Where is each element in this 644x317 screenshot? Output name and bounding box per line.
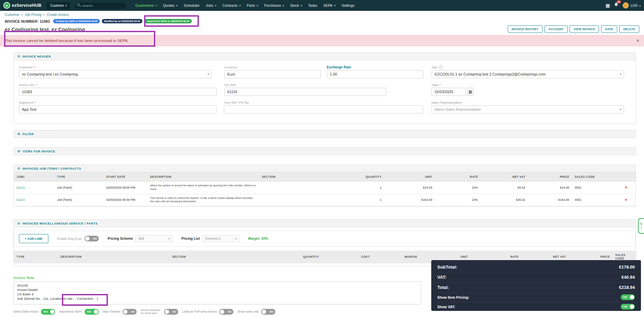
nav-customers[interactable]: Customers — [132, 3, 160, 7]
imported-sepa-toggle[interactable]: YES — [85, 309, 99, 315]
invoice-no-input[interactable] — [19, 88, 217, 96]
pricing-list-select[interactable]: Domonic's — [202, 235, 239, 242]
misc-controls: + ADD LINE Enable Drag Drop: NO Pricing … — [14, 231, 636, 247]
items-for-invoice-panel-toggle[interactable]: ITEMS FOR INVOICE — [14, 148, 636, 155]
col-rate: RATE — [435, 172, 481, 182]
proforma-toggle[interactable]: NO — [219, 309, 233, 315]
invoice-note-textarea[interactable]: (61119) #Asset Details CS Boiler 5 Sub 1… — [14, 281, 421, 304]
invoice-history-button[interactable]: INVOICE HISTORY — [508, 25, 543, 33]
filter-panel-toggle[interactable]: FILTER — [14, 130, 636, 138]
statement-input[interactable] — [19, 105, 216, 113]
save-button[interactable]: SAVE — [601, 25, 617, 33]
alert-close-icon[interactable]: × — [637, 38, 639, 43]
col-sales-code: SALES CODE — [572, 172, 616, 182]
breadcrumb-customer[interactable]: Customer — [5, 13, 19, 17]
floating-edge-widget[interactable]: € ( — [638, 218, 644, 234]
delete-button[interactable]: DELETE — [619, 25, 639, 33]
invoice-note-label: Invoice Note — [14, 276, 421, 280]
collapse-icon — [17, 167, 20, 170]
invoice-header-panel-toggle[interactable]: INVOICE HEADER — [14, 53, 636, 60]
stop-transfer-toggle[interactable]: NO — [122, 309, 137, 315]
total-value: €218.94 — [619, 285, 635, 290]
delete-row-icon[interactable]: × — [625, 185, 627, 190]
our-ref-input[interactable] — [224, 88, 386, 96]
delete-row-icon[interactable]: × — [625, 197, 627, 202]
statement-label: Statement* — [19, 100, 216, 104]
view-invoice-button[interactable]: VIEW INVOICE — [570, 25, 599, 33]
invoiced-job-items-panel-toggle[interactable]: INVOICED JOB ITEMS / CONTRACTS — [14, 165, 636, 172]
quick-select-button[interactable]: Custome — [47, 2, 70, 9]
calendar-icon[interactable] — [467, 88, 474, 96]
sales-rep-select[interactable]: Select Sales Representative — [431, 105, 624, 113]
site-label: Site: — [432, 65, 624, 69]
invoice-note-block: Invoice Note (61119) #Asset Details CS B… — [14, 276, 421, 306]
site-help-icon[interactable] — [439, 65, 443, 69]
collapse-icon — [17, 221, 20, 225]
show-vat-toggle[interactable]: YES — [621, 304, 635, 310]
job-number-link[interactable]: 61113 — [17, 198, 25, 202]
col-cost: COST — [322, 251, 372, 263]
nav-contracts[interactable]: Contracts — [219, 3, 244, 7]
nav-stock[interactable]: Stock — [287, 3, 305, 7]
nav-tasks[interactable]: Tasks — [305, 3, 320, 7]
col-type: TYPE — [54, 172, 104, 182]
nav-jobs[interactable]: Jobs — [203, 3, 219, 7]
job-number-link[interactable]: 61113 — [17, 186, 25, 189]
breadcrumb-job-pricing[interactable]: Job Pricing — [25, 13, 41, 17]
nav-quotes[interactable]: Quotes — [160, 3, 181, 7]
paren-symbol: ( — [641, 226, 642, 230]
breadcrumb-separator-icon: ▸ — [44, 13, 45, 16]
nav-scheduler[interactable]: Scheduler — [181, 3, 203, 7]
col-type: TYPE — [14, 251, 58, 263]
cell-net-vat: €5.52 — [481, 182, 528, 194]
account-button[interactable]: ACCOUNT — [545, 25, 568, 33]
our-ref-label: Our Ref — [224, 83, 386, 87]
show-item-pricing-toggle[interactable]: YES — [621, 294, 635, 300]
cell-section — [259, 194, 339, 206]
apps-grid-icon[interactable]: ▦ — [605, 3, 610, 8]
nav-settings[interactable]: Settings — [339, 3, 358, 7]
show-notes-only-toggle-group: Show notes only: NO — [237, 309, 275, 315]
cell-quantity: 1 — [339, 182, 384, 194]
col-quantity: QUANTITY — [261, 251, 322, 263]
totals-summary-panel: SubTotal: €178.00 VAT: €40.94 Total: €21… — [431, 260, 641, 311]
date-input[interactable] — [432, 88, 466, 96]
cell-type: Job (Parts) — [54, 194, 104, 206]
brand[interactable]: e ezServiceHUB — [3, 2, 41, 9]
drag-drop-label: Enable Drag Drop: — [57, 237, 83, 240]
user-menu[interactable]: LUO — [623, 2, 641, 8]
exchange-rate-input[interactable] — [327, 70, 423, 78]
brand-logo-icon: e — [3, 2, 10, 9]
breadcrumb-create-invoice[interactable]: Create Invoice — [47, 13, 69, 17]
cell-start-date: 02/03/2025 09:00 PM — [104, 194, 147, 206]
drag-drop-toggle[interactable]: NO — [85, 236, 99, 241]
proforma-toggle-group: Label as ProForma Invoice: NO — [182, 309, 233, 315]
search-box — [75, 2, 126, 9]
sales-rep-label: Sales Representative — [431, 100, 624, 104]
pricing-scheme-select[interactable]: Aldi — [135, 235, 172, 242]
nav-sepa[interactable]: SEPA — [320, 3, 339, 7]
invoiced-misc-panel-toggle[interactable]: INVOICED MISCELLANEOUS SERVICE / PARTS — [14, 220, 636, 227]
site-select[interactable]: EZCOOL01-1 ez Coolspring test 2 Coolspri… — [432, 70, 624, 78]
admin-complete-toggle-group: Admin complete for these jobs: NO — [141, 309, 178, 315]
notifications-button[interactable]: 10 — [614, 2, 619, 8]
table-row: 61113 Job (Parts) 02/03/2025 09:00 PM Th… — [14, 194, 636, 206]
direct-debit-toggle[interactable]: YES — [41, 309, 55, 315]
currency-input[interactable] — [224, 70, 321, 78]
stop-transfer-toggle-group: Stop Transfer: NO — [103, 309, 137, 315]
nav-parts[interactable]: Parts — [244, 3, 261, 7]
cell-unit: €154.00 — [384, 194, 435, 206]
col-unit: UNIT — [384, 172, 435, 182]
admin-complete-toggle[interactable]: NO — [164, 309, 178, 315]
table-row: 61113 Job (Parts) 02/03/2025 09:00 PM Wh… — [14, 182, 636, 194]
your-ref-input[interactable] — [224, 105, 423, 113]
show-notes-only-toggle[interactable]: NO — [261, 309, 275, 315]
search-input[interactable] — [75, 3, 126, 9]
nav-purchases[interactable]: Purchases — [261, 3, 287, 7]
modified-badge: Modified by on 02/03/2026 09:00 — [102, 19, 142, 23]
alert-message: This invoice cannot be deleted because i… — [5, 39, 129, 43]
customer-select[interactable]: ez Coolspring test | ez Coolspring, — [19, 70, 212, 78]
main-nav: Customers Quotes Scheduler Jobs Contract… — [132, 3, 358, 7]
add-line-button[interactable]: + ADD LINE — [19, 234, 48, 243]
direct-debit-toggle-group: Direct Debit Invoice: YES — [14, 309, 55, 315]
